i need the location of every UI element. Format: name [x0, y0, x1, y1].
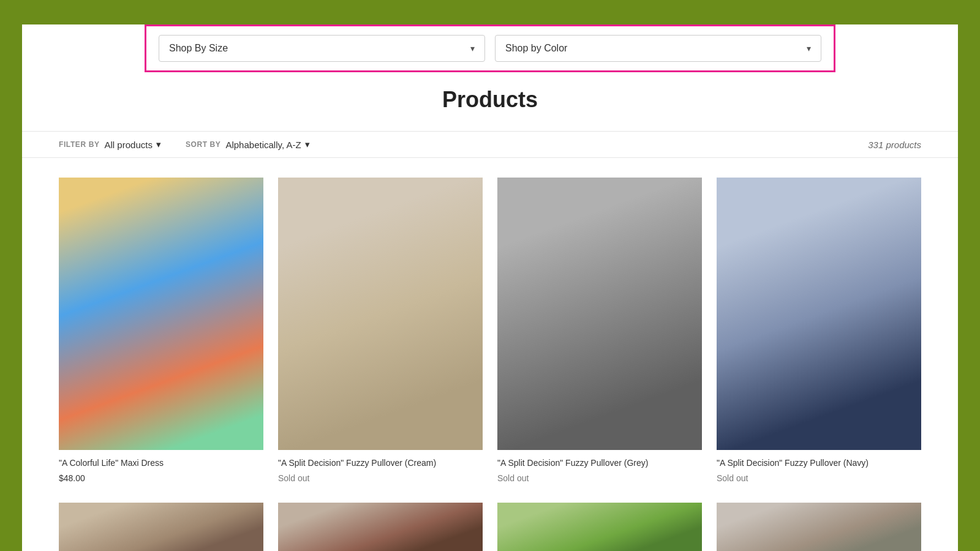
product-card[interactable]: "A Split Decision" Fuzzy Pullover (Grey)… — [497, 178, 702, 483]
sort-by-dropdown[interactable]: Alphabetically, A-Z ▾ — [225, 139, 309, 150]
product-count: 331 products — [868, 140, 921, 150]
filter-by-value: All products — [105, 140, 153, 150]
color-dropdown-chevron: ▾ — [807, 43, 811, 53]
product-name: "A Split Decision" Fuzzy Pullover (Navy) — [717, 457, 921, 470]
product-image-partial — [59, 503, 263, 551]
product-image — [278, 178, 483, 450]
product-grid: "A Colorful Life" Maxi Dress$48.00"A Spl… — [22, 158, 958, 503]
sort-by-chevron: ▾ — [305, 139, 310, 150]
product-image-partial — [278, 503, 483, 551]
product-card-partial[interactable] — [717, 503, 921, 551]
product-card[interactable]: "A Split Decision" Fuzzy Pullover (Navy)… — [717, 178, 921, 483]
product-sold-out: Sold out — [278, 473, 483, 483]
product-name: "A Split Decision" Fuzzy Pullover (Cream… — [278, 457, 483, 470]
product-card-partial[interactable] — [278, 503, 483, 551]
product-image — [717, 178, 921, 450]
product-image — [497, 178, 702, 450]
product-card-partial[interactable] — [59, 503, 263, 551]
sort-by-label: SORT BY — [186, 140, 221, 149]
filter-bar: Shop By Size ▾ Shop by Color ▾ — [145, 24, 835, 72]
size-dropdown-label: Shop By Size — [169, 43, 228, 54]
product-price: $48.00 — [59, 473, 263, 483]
product-image-partial — [717, 503, 921, 551]
main-container: Shop By Size ▾ Shop by Color ▾ Products … — [22, 24, 958, 551]
product-sold-out: Sold out — [717, 473, 921, 483]
product-card[interactable]: "A Colorful Life" Maxi Dress$48.00 — [59, 178, 263, 483]
filter-by-dropdown[interactable]: All products ▾ — [105, 139, 161, 150]
product-card[interactable]: "A Split Decision" Fuzzy Pullover (Cream… — [278, 178, 483, 483]
shop-by-size-dropdown[interactable]: Shop By Size ▾ — [159, 35, 485, 62]
product-card-partial[interactable] — [497, 503, 702, 551]
product-image-partial — [497, 503, 702, 551]
product-image — [59, 178, 263, 450]
sort-filter-row: FILTER BY All products ▾ SORT BY Alphabe… — [22, 131, 958, 158]
product-name: "A Colorful Life" Maxi Dress — [59, 457, 263, 470]
product-sold-out: Sold out — [497, 473, 702, 483]
filter-by-chevron: ▾ — [156, 139, 161, 150]
size-dropdown-chevron: ▾ — [470, 43, 475, 53]
color-dropdown-label: Shop by Color — [505, 43, 567, 54]
product-name: "A Split Decision" Fuzzy Pullover (Grey) — [497, 457, 702, 470]
shop-by-color-dropdown[interactable]: Shop by Color ▾ — [495, 35, 821, 62]
page-title: Products — [22, 87, 958, 113]
sort-by-value: Alphabetically, A-Z — [225, 140, 301, 150]
product-grid-partial — [22, 503, 958, 551]
filter-by-label: FILTER BY — [59, 140, 100, 149]
